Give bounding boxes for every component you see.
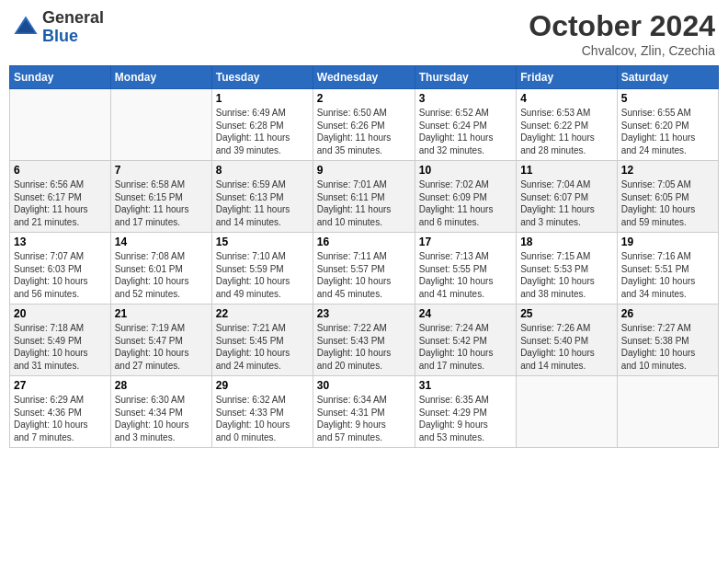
day-cell: 7Sunrise: 6:58 AM Sunset: 6:15 PM Daylig… (110, 161, 211, 233)
logo-text: General Blue (42, 9, 104, 46)
day-cell (617, 376, 718, 448)
day-cell: 28Sunrise: 6:30 AM Sunset: 4:34 PM Dayli… (110, 376, 211, 448)
day-number: 22 (216, 307, 309, 320)
day-info: Sunrise: 6:34 AM Sunset: 4:31 PM Dayligh… (317, 394, 411, 443)
day-info: Sunrise: 7:26 AM Sunset: 5:40 PM Dayligh… (520, 322, 613, 372)
day-cell: 29Sunrise: 6:32 AM Sunset: 4:33 PM Dayli… (211, 376, 313, 448)
week-row-3: 13Sunrise: 7:07 AM Sunset: 6:03 PM Dayli… (10, 233, 719, 304)
day-number: 29 (216, 379, 309, 392)
day-info: Sunrise: 6:56 AM Sunset: 6:17 PM Dayligh… (14, 178, 107, 228)
day-cell: 10Sunrise: 7:02 AM Sunset: 6:09 PM Dayli… (415, 161, 516, 233)
day-cell: 16Sunrise: 7:11 AM Sunset: 5:57 PM Dayli… (313, 233, 415, 304)
day-cell: 25Sunrise: 7:26 AM Sunset: 5:40 PM Dayli… (517, 304, 618, 376)
day-info: Sunrise: 7:11 AM Sunset: 5:57 PM Dayligh… (317, 250, 411, 300)
day-info: Sunrise: 6:59 AM Sunset: 6:13 PM Dayligh… (216, 178, 309, 228)
day-cell: 3Sunrise: 6:52 AM Sunset: 6:24 PM Daylig… (415, 89, 516, 161)
day-cell: 24Sunrise: 7:24 AM Sunset: 5:42 PM Dayli… (415, 304, 516, 376)
day-cell: 2Sunrise: 6:50 AM Sunset: 6:26 PM Daylig… (313, 89, 415, 161)
day-info: Sunrise: 7:07 AM Sunset: 6:03 PM Dayligh… (14, 250, 107, 300)
header-row: SundayMondayTuesdayWednesdayThursdayFrid… (10, 66, 719, 89)
col-header-wednesday: Wednesday (313, 66, 415, 89)
day-number: 26 (621, 307, 714, 320)
week-row-5: 27Sunrise: 6:29 AM Sunset: 4:36 PM Dayli… (10, 376, 719, 448)
day-number: 1 (216, 92, 309, 105)
day-cell: 17Sunrise: 7:13 AM Sunset: 5:55 PM Dayli… (415, 233, 516, 304)
col-header-sunday: Sunday (10, 66, 111, 89)
day-cell: 4Sunrise: 6:53 AM Sunset: 6:22 PM Daylig… (517, 89, 618, 161)
day-number: 27 (14, 379, 107, 392)
day-info: Sunrise: 7:19 AM Sunset: 5:47 PM Dayligh… (115, 322, 208, 372)
day-number: 23 (317, 307, 411, 320)
day-info: Sunrise: 7:18 AM Sunset: 5:49 PM Dayligh… (14, 322, 107, 372)
day-cell: 19Sunrise: 7:16 AM Sunset: 5:51 PM Dayli… (617, 233, 718, 304)
day-number: 3 (419, 92, 512, 105)
day-number: 30 (317, 379, 411, 392)
day-number: 6 (14, 164, 107, 177)
day-info: Sunrise: 7:10 AM Sunset: 5:59 PM Dayligh… (216, 250, 309, 300)
day-cell: 23Sunrise: 7:22 AM Sunset: 5:43 PM Dayli… (313, 304, 415, 376)
day-number: 11 (520, 164, 613, 177)
day-info: Sunrise: 6:30 AM Sunset: 4:34 PM Dayligh… (115, 394, 208, 443)
day-info: Sunrise: 6:32 AM Sunset: 4:33 PM Dayligh… (216, 394, 309, 443)
day-cell: 30Sunrise: 6:34 AM Sunset: 4:31 PM Dayli… (313, 376, 415, 448)
day-number: 18 (520, 236, 613, 248)
logo-general: General (42, 9, 104, 28)
day-number: 10 (419, 164, 512, 177)
week-row-2: 6Sunrise: 6:56 AM Sunset: 6:17 PM Daylig… (10, 161, 719, 233)
week-row-1: 1Sunrise: 6:49 AM Sunset: 6:28 PM Daylig… (10, 89, 719, 161)
col-header-saturday: Saturday (617, 66, 718, 89)
day-number: 31 (419, 379, 512, 392)
day-number: 15 (216, 236, 309, 248)
day-cell (110, 89, 211, 161)
day-info: Sunrise: 6:55 AM Sunset: 6:20 PM Dayligh… (621, 107, 714, 156)
col-header-friday: Friday (517, 66, 618, 89)
day-number: 14 (115, 236, 208, 248)
day-number: 25 (520, 307, 613, 320)
day-cell: 13Sunrise: 7:07 AM Sunset: 6:03 PM Dayli… (10, 233, 111, 304)
day-info: Sunrise: 7:01 AM Sunset: 6:11 PM Dayligh… (317, 178, 411, 228)
logo: General Blue (13, 9, 104, 46)
day-cell: 15Sunrise: 7:10 AM Sunset: 5:59 PM Dayli… (211, 233, 313, 304)
day-number: 2 (317, 92, 411, 105)
day-number: 9 (317, 164, 411, 177)
day-info: Sunrise: 7:15 AM Sunset: 5:53 PM Dayligh… (520, 250, 613, 300)
day-cell: 21Sunrise: 7:19 AM Sunset: 5:47 PM Dayli… (110, 304, 211, 376)
day-info: Sunrise: 7:22 AM Sunset: 5:43 PM Dayligh… (317, 322, 411, 372)
day-number: 19 (621, 236, 714, 248)
day-number: 4 (520, 92, 613, 105)
day-info: Sunrise: 7:16 AM Sunset: 5:51 PM Dayligh… (621, 250, 714, 300)
page-header: General Blue October 2024 Chvalcov, Zlin… (9, 9, 719, 58)
day-number: 13 (14, 236, 107, 248)
day-info: Sunrise: 6:49 AM Sunset: 6:28 PM Dayligh… (216, 107, 309, 156)
day-info: Sunrise: 6:52 AM Sunset: 6:24 PM Dayligh… (419, 107, 512, 156)
day-cell (10, 89, 111, 161)
day-cell: 1Sunrise: 6:49 AM Sunset: 6:28 PM Daylig… (211, 89, 313, 161)
day-number: 21 (115, 307, 208, 320)
day-cell: 26Sunrise: 7:27 AM Sunset: 5:38 PM Dayli… (617, 304, 718, 376)
day-number: 16 (317, 236, 411, 248)
calendar-table: SundayMondayTuesdayWednesdayThursdayFrid… (9, 65, 719, 448)
logo-icon (13, 15, 39, 40)
month-title: October 2024 (529, 9, 715, 43)
day-info: Sunrise: 6:58 AM Sunset: 6:15 PM Dayligh… (115, 178, 208, 228)
day-cell: 18Sunrise: 7:15 AM Sunset: 5:53 PM Dayli… (517, 233, 618, 304)
day-number: 20 (14, 307, 107, 320)
day-info: Sunrise: 7:04 AM Sunset: 6:07 PM Dayligh… (520, 178, 613, 228)
day-number: 24 (419, 307, 512, 320)
day-cell: 31Sunrise: 6:35 AM Sunset: 4:29 PM Dayli… (415, 376, 516, 448)
day-cell: 5Sunrise: 6:55 AM Sunset: 6:20 PM Daylig… (617, 89, 718, 161)
day-cell: 20Sunrise: 7:18 AM Sunset: 5:49 PM Dayli… (10, 304, 111, 376)
day-number: 28 (115, 379, 208, 392)
day-number: 17 (419, 236, 512, 248)
day-info: Sunrise: 7:13 AM Sunset: 5:55 PM Dayligh… (419, 250, 512, 300)
day-info: Sunrise: 6:35 AM Sunset: 4:29 PM Dayligh… (419, 394, 512, 443)
day-info: Sunrise: 7:24 AM Sunset: 5:42 PM Dayligh… (419, 322, 512, 372)
day-number: 5 (621, 92, 714, 105)
day-info: Sunrise: 7:21 AM Sunset: 5:45 PM Dayligh… (216, 322, 309, 372)
day-info: Sunrise: 7:27 AM Sunset: 5:38 PM Dayligh… (621, 322, 714, 372)
day-info: Sunrise: 7:02 AM Sunset: 6:09 PM Dayligh… (419, 178, 512, 228)
day-cell: 6Sunrise: 6:56 AM Sunset: 6:17 PM Daylig… (10, 161, 111, 233)
day-cell: 8Sunrise: 6:59 AM Sunset: 6:13 PM Daylig… (211, 161, 313, 233)
day-number: 8 (216, 164, 309, 177)
day-info: Sunrise: 6:50 AM Sunset: 6:26 PM Dayligh… (317, 107, 411, 156)
